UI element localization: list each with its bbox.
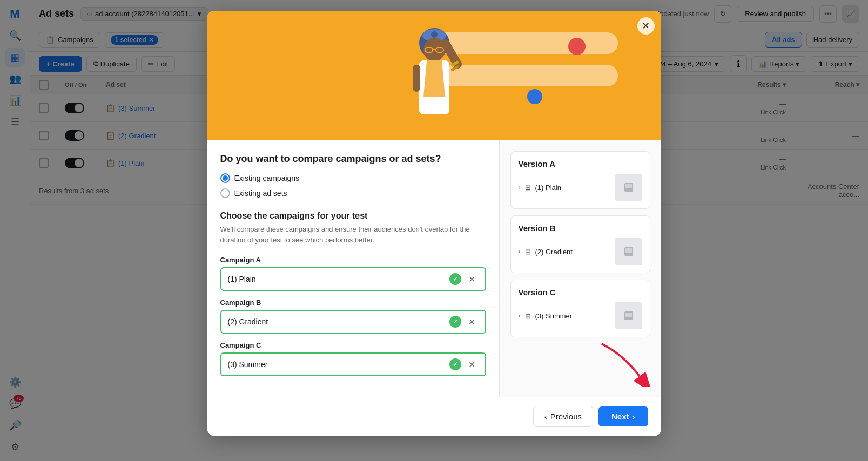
- previous-icon: ‹: [544, 412, 547, 421]
- version-a-grid-icon: ⊞: [525, 184, 531, 192]
- campaign-b-label: Campaign B: [220, 299, 486, 307]
- campaign-c-label: Campaign C: [220, 341, 486, 349]
- modal-right-panel: Version A › ⊞ (1) Plain Version B: [499, 140, 661, 397]
- version-b-item: › ⊞ (2) Gradient: [519, 238, 642, 265]
- campaign-b-clear-button[interactable]: ✕: [466, 315, 479, 328]
- existing-campaigns-option[interactable]: Existing campaigns: [220, 173, 486, 183]
- version-b-grid-icon: ⊞: [525, 248, 531, 256]
- modal-overlay: ✕: [0, 0, 868, 461]
- version-a-card: Version A › ⊞ (1) Plain: [510, 151, 650, 209]
- arrow-container: [510, 344, 650, 376]
- campaign-a-value: (1) Plain: [228, 275, 445, 283]
- modal-body: Do you want to compare campaigns or ad s…: [207, 140, 661, 397]
- modal-footer: ‹ Previous Next ›: [207, 397, 661, 436]
- existing-campaigns-radio[interactable]: [220, 173, 230, 183]
- version-c-item: › ⊞ (3) Summer: [519, 302, 642, 329]
- choose-campaigns-title: Choose the campaigns for your test: [220, 211, 486, 221]
- campaign-b-value: (2) Gradient: [228, 317, 445, 326]
- campaign-a-input[interactable]: (1) Plain ✓ ✕: [220, 267, 486, 291]
- campaign-a-check-icon: ✓: [449, 273, 461, 285]
- svg-rect-15: [625, 184, 632, 188]
- existing-adsets-radio[interactable]: [220, 188, 230, 198]
- existing-adsets-option[interactable]: Existing ad sets: [220, 188, 486, 198]
- modal-hero: ✕: [207, 11, 661, 140]
- next-icon: ›: [633, 412, 635, 421]
- campaign-b-field: Campaign B (2) Gradient ✓ ✕: [220, 299, 486, 334]
- campaign-a-field: Campaign A (1) Plain ✓ ✕: [220, 256, 486, 291]
- version-a-item: › ⊞ (1) Plain: [519, 174, 642, 201]
- version-c-card: Version C › ⊞ (3) Summer: [510, 280, 650, 337]
- compare-type-radio-group: Existing campaigns Existing ad sets: [220, 173, 486, 198]
- campaign-b-input[interactable]: (2) Gradient ✓ ✕: [220, 310, 486, 334]
- version-b-thumbnail: [615, 238, 642, 265]
- version-a-title: Version A: [519, 159, 642, 168]
- version-c-title: Version C: [519, 288, 642, 297]
- version-a-chevron-icon: ›: [519, 184, 521, 191]
- previous-button[interactable]: ‹ Previous: [533, 406, 593, 427]
- version-c-thumbnail: [615, 302, 642, 329]
- campaign-c-input[interactable]: (3) Summer ✓ ✕: [220, 352, 486, 376]
- campaign-a-clear-button[interactable]: ✕: [466, 273, 479, 286]
- campaign-b-check-icon: ✓: [449, 316, 461, 328]
- version-c-chevron-icon: ›: [519, 312, 521, 320]
- svg-rect-19: [625, 313, 632, 317]
- svg-rect-17: [625, 248, 632, 253]
- version-b-title: Version B: [519, 223, 642, 233]
- modal-left-panel: Do you want to compare campaigns or ad s…: [207, 140, 499, 397]
- campaign-c-field: Campaign C (3) Summer ✓ ✕: [220, 341, 486, 376]
- red-arrow-icon: [591, 338, 656, 387]
- choose-campaigns-desc: We'll compare these campaigns and ensure…: [220, 224, 486, 245]
- svg-rect-13: [413, 65, 420, 92]
- campaign-c-check-icon: ✓: [449, 358, 461, 370]
- campaign-a-label: Campaign A: [220, 256, 486, 264]
- version-c-grid-icon: ⊞: [525, 312, 531, 320]
- version-b-chevron-icon: ›: [519, 248, 521, 255]
- version-b-card: Version B › ⊞ (2) Gradient: [510, 215, 650, 273]
- campaign-c-clear-button[interactable]: ✕: [466, 358, 479, 371]
- campaign-c-value: (3) Summer: [228, 360, 445, 369]
- next-button[interactable]: Next ›: [598, 406, 648, 426]
- modal-dialog: ✕: [207, 11, 661, 436]
- modal-question: Do you want to compare campaigns or ad s…: [220, 153, 486, 165]
- version-a-thumbnail: [615, 174, 642, 201]
- svg-point-2: [431, 31, 438, 38]
